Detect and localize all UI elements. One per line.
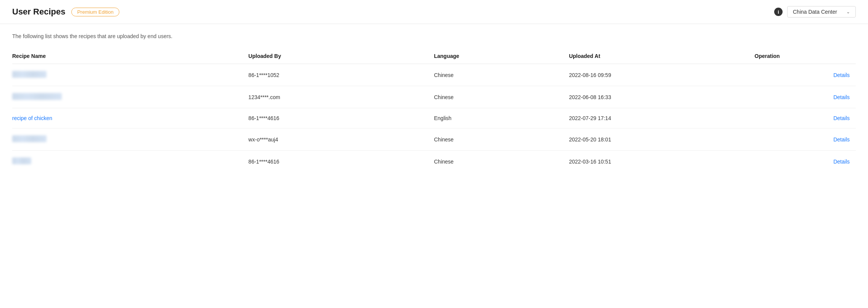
language-cell: Chinese [434,128,569,151]
uploaded-by-cell: wx-o****auj4 [248,128,434,151]
details-link[interactable]: Details [833,94,850,100]
premium-badge: Premium Edition [71,8,119,16]
operation-cell: Details [755,108,856,128]
details-link[interactable]: Details [833,159,850,165]
language-cell: English [434,108,569,128]
page-title: User Recipes [12,7,65,17]
table-row: wx-o****auj4Chinese2022-05-20 18:01Detai… [12,128,856,151]
chevron-down-icon: ⌄ [846,9,850,14]
col-header-operation: Operation [755,48,856,64]
table-row: 86-1****4616Chinese2022-03-16 10:51Detai… [12,151,856,173]
table-header-row: Recipe Name Uploaded By Language Uploade… [12,48,856,64]
data-center-selector[interactable]: China Data Center ⌄ [787,6,856,18]
language-cell: Chinese [434,64,569,86]
language-cell: Chinese [434,151,569,173]
uploaded-at-cell: 2022-06-08 16:33 [569,86,755,108]
table-row: recipe of chicken86-1****4616English2022… [12,108,856,128]
data-center-label: China Data Center [793,9,837,15]
blurred-recipe-name [12,93,62,100]
table-row: 86-1****1052Chinese2022-08-16 09:59Detai… [12,64,856,86]
uploaded-at-cell: 2022-05-20 18:01 [569,128,755,151]
uploaded-by-cell: 86-1****4616 [248,151,434,173]
recipes-table: Recipe Name Uploaded By Language Uploade… [12,48,856,172]
uploaded-by-cell: 1234****.com [248,86,434,108]
page-description: The following list shows the recipes tha… [12,33,856,39]
col-header-uploaded-by: Uploaded By [248,48,434,64]
uploaded-at-cell: 2022-07-29 17:14 [569,108,755,128]
details-link[interactable]: Details [833,136,850,143]
recipe-name-link[interactable]: recipe of chicken [12,115,52,121]
blurred-recipe-name [12,71,47,78]
header-left: User Recipes Premium Edition [12,7,119,17]
info-icon[interactable]: i [774,8,783,16]
table-row: 1234****.comChinese2022-06-08 16:33Detai… [12,86,856,108]
page-header: User Recipes Premium Edition i China Dat… [0,0,868,24]
blurred-recipe-name [12,157,31,164]
details-link[interactable]: Details [833,72,850,78]
col-header-language: Language [434,48,569,64]
uploaded-by-cell: 86-1****4616 [248,108,434,128]
col-header-uploaded-at: Uploaded At [569,48,755,64]
blurred-recipe-name [12,135,47,142]
operation-cell: Details [755,86,856,108]
uploaded-at-cell: 2022-03-16 10:51 [569,151,755,173]
col-header-recipe-name: Recipe Name [12,48,248,64]
header-right: i China Data Center ⌄ [774,6,856,18]
operation-cell: Details [755,151,856,173]
uploaded-by-cell: 86-1****1052 [248,64,434,86]
details-link[interactable]: Details [833,115,850,121]
operation-cell: Details [755,64,856,86]
operation-cell: Details [755,128,856,151]
uploaded-at-cell: 2022-08-16 09:59 [569,64,755,86]
main-content: The following list shows the recipes tha… [0,24,868,181]
language-cell: Chinese [434,86,569,108]
